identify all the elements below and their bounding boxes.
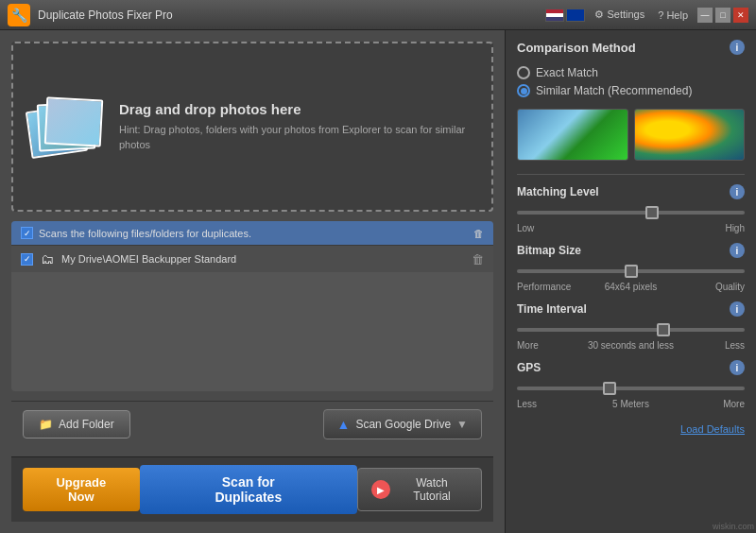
left-panel: Drag and drop photos here Hint: Drag pho… [0,30,505,533]
drop-zone-icon [28,94,104,160]
watch-tutorial-label: Watch Tutorial [396,476,468,503]
drop-zone-hint: Hint: Drag photos, folders with your pho… [119,123,476,152]
time-interval-title: Time Interval [517,302,587,316]
radio-similar-match[interactable]: Similar Match (Recommended) [517,84,745,97]
gps-labels: Less 5 Meters More [517,399,745,409]
gps-left: Less [517,399,537,409]
folder-icon: 🗂 [41,251,54,266]
files-section: ✓ Scans the following files/folders for … [11,221,493,391]
matching-level-labels: Low High [517,223,745,233]
bitmap-size-slider[interactable] [517,269,745,273]
close-button[interactable]: ✕ [733,8,748,23]
watermark: wiskin.com [713,522,754,531]
title-bar-left: 🔧 Duplicate Photos Fixer Pro [8,4,173,26]
time-interval-slider-container [517,320,745,339]
gps-section: GPS i Less 5 Meters More [517,360,745,409]
app-icon: 🔧 [8,4,30,26]
bitmap-size-right: Quality [715,282,745,292]
gps-slider-container [517,379,745,398]
flags [545,9,585,22]
file-checkbox[interactable]: ✓ [21,253,33,266]
matching-level-high: High [725,223,745,233]
matching-level-slider-container [517,203,745,222]
comparison-method-title: Comparison Method i [517,40,745,55]
bottom-bar: 📁 Add Folder ▲ Scan Google Drive ▼ [11,401,493,447]
time-interval-info-icon[interactable]: i [730,301,745,317]
time-interval-right: Less [725,340,745,351]
title-bar-right: ⚙ Settings ? Help — □ ✕ [545,7,748,23]
upgrade-button[interactable]: Upgrade Now [23,468,140,511]
file-name: My Drive\AOMEI Backupper Standard [61,253,464,265]
time-interval-section: Time Interval i More 30 seconds and less… [517,301,745,351]
matching-level-info-icon[interactable]: i [730,184,745,199]
scan-duplicates-button[interactable]: Scan for Duplicates [140,465,357,514]
help-button[interactable]: ? Help [654,8,692,23]
main-container: Drag and drop photos here Hint: Drag pho… [0,30,756,533]
radio-exact-match[interactable]: Exact Match [517,66,745,79]
time-interval-label: Time Interval i [517,301,745,317]
flag-eu [566,9,585,22]
matching-level-slider[interactable] [517,211,745,215]
matching-level-low: Low [517,223,534,233]
dropdown-arrow-icon: ▼ [456,418,468,431]
files-header-left: ✓ Scans the following files/folders for … [21,227,251,239]
add-folder-button[interactable]: 📁 Add Folder [23,410,130,438]
bitmap-size-section: Bitmap Size i Performance 64x64 pixels Q… [517,243,745,292]
bitmap-size-center: 64x64 pixels [605,282,658,292]
maximize-button[interactable]: □ [715,8,730,23]
settings-button[interactable]: ⚙ Settings [591,7,648,23]
gps-title: GPS [517,361,541,374]
files-header: ✓ Scans the following files/folders for … [11,221,493,245]
comparison-thumbnails [517,109,745,161]
time-interval-slider[interactable] [517,328,745,332]
gps-right: More [723,399,745,409]
matching-level-label: Matching Level i [517,184,745,199]
radio-circle-exact [517,66,530,79]
add-folder-label: Add Folder [59,418,114,431]
comparison-method-label: Comparison Method [517,41,636,55]
watch-tutorial-button[interactable]: ▶ Watch Tutorial [357,468,482,511]
gps-info-icon[interactable]: i [730,360,745,375]
flag-us [545,9,564,22]
radio-circle-similar [517,84,530,97]
google-drive-icon: ▲ [337,417,351,432]
matching-level-title: Matching Level [517,185,599,198]
divider-1 [517,174,745,175]
minimize-button[interactable]: — [697,8,713,23]
comparison-info-icon[interactable]: i [730,40,745,55]
photo-card-3 [44,96,104,146]
right-panel: Comparison Method i Exact Match Similar … [505,30,756,533]
add-folder-icon: 📁 [39,418,53,431]
time-interval-labels: More 30 seconds and less Less [517,340,745,351]
load-defaults: Load Defaults [517,422,745,436]
thumbnail-flowers [634,109,746,161]
play-icon: ▶ [371,480,390,499]
scan-google-button[interactable]: ▲ Scan Google Drive ▼ [323,409,482,439]
table-row: ✓ 🗂 My Drive\AOMEI Backupper Standard 🗑 [11,245,493,272]
gps-slider[interactable] [517,387,745,390]
bitmap-size-label: Bitmap Size i [517,243,745,258]
gps-label: GPS i [517,360,745,375]
bitmap-size-labels: Performance 64x64 pixels Quality [517,282,745,292]
matching-level-section: Matching Level i Low High [517,184,745,233]
bitmap-size-left: Performance [517,282,571,292]
time-interval-center: 30 seconds and less [588,340,674,351]
comparison-radio-group: Exact Match Similar Match (Recommended) [517,66,745,97]
header-checkbox[interactable]: ✓ [21,227,33,239]
file-trash-icon[interactable]: 🗑 [472,252,484,266]
load-defaults-link[interactable]: Load Defaults [680,423,745,435]
scan-google-label: Scan Google Drive [355,418,451,431]
thumbnail-landscape [517,109,628,161]
app-title: Duplicate Photos Fixer Pro [38,9,173,22]
header-trash-icon[interactable]: 🗑 [473,228,484,239]
bitmap-size-title: Bitmap Size [517,244,581,257]
bitmap-size-info-icon[interactable]: i [730,243,745,258]
window-controls: — □ ✕ [697,8,748,23]
similar-match-label: Similar Match (Recommended) [536,84,692,97]
drop-zone[interactable]: Drag and drop photos here Hint: Drag pho… [11,42,493,212]
gps-center: 5 Meters [612,399,649,409]
drop-zone-heading: Drag and drop photos here [119,101,476,117]
drop-zone-text: Drag and drop photos here Hint: Drag pho… [119,101,476,152]
exact-match-label: Exact Match [536,66,598,79]
time-interval-left: More [517,340,539,351]
